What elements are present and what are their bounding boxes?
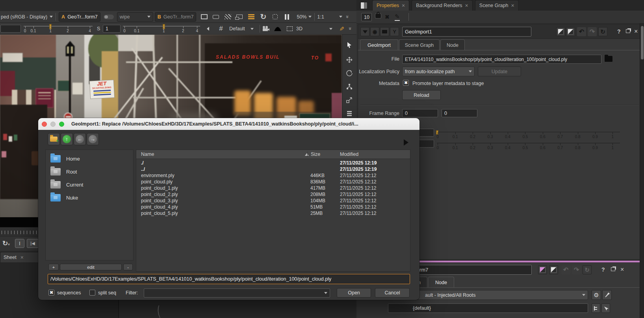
update-button[interactable]: Update (478, 67, 521, 76)
path-field[interactable]: /Volumes/ChloesExHD/3D/17Examples/SPLATS… (48, 274, 410, 284)
file-row[interactable]: environment.ply446KB27/11/2025 12:12 (136, 173, 410, 179)
tab-node2-node[interactable]: Node (428, 277, 454, 288)
column-size[interactable]: Size (307, 152, 320, 157)
colorspace-dropdown[interactable]: ped (sRGB - Display) (1, 14, 47, 20)
marquee-select-icon[interactable] (285, 24, 294, 33)
cancel-button[interactable]: Cancel (375, 288, 410, 298)
tab-background-renders[interactable]: Background Renders× (412, 0, 473, 11)
gate-display-icon[interactable] (270, 13, 280, 21)
undo-button[interactable]: ↶ (561, 265, 570, 274)
go-to-start-button[interactable]: |◀ (27, 239, 39, 248)
sequences-checkbox[interactable]: ✖ (48, 290, 54, 296)
localization-policy-dropdown[interactable]: from auto-localize path (402, 67, 475, 76)
monitor-out-icon[interactable] (235, 13, 244, 21)
pane-menu-icon[interactable] (360, 2, 367, 9)
max-panels-field[interactable]: 10 (361, 13, 372, 21)
file-row[interactable]: ../27/11/2025 12:19 (136, 166, 410, 173)
curve-icon[interactable] (273, 24, 282, 33)
set-in-point-button[interactable]: I (15, 239, 24, 248)
frame-format-icon[interactable] (199, 13, 209, 21)
center-node-icon[interactable]: ◉ (370, 27, 379, 36)
forward-button[interactable]: → (87, 133, 99, 145)
file-browse-button[interactable] (605, 56, 612, 62)
channels-icon[interactable] (247, 13, 256, 21)
lut-dropdown[interactable]: Default (229, 26, 245, 31)
dialog-titlebar[interactable]: GeoImport1: Replace /Volumes/ChloesExHD/… (38, 118, 419, 130)
gear-icon[interactable]: ⚙ (592, 290, 601, 300)
translate-tool-icon[interactable] (344, 54, 355, 65)
mask-field[interactable]: {default} (388, 303, 588, 313)
sidebar-item-nuke[interactable]: Nuke (46, 191, 133, 204)
file-row[interactable]: point_cloud_1.ply417MB27/11/2025 12:12 (136, 185, 410, 192)
file-row[interactable]: ./27/11/2025 12:19 (136, 160, 410, 166)
file-row[interactable]: point_cloud_2.ply208MB27/11/2025 12:12 (136, 192, 410, 198)
file-row[interactable]: point_cloud.ply836MB27/11/2025 12:12 (136, 179, 410, 185)
wipe-mode-dropdown[interactable]: wipe (117, 12, 153, 22)
tab-dope-sheet[interactable]: Sheet × (0, 252, 44, 263)
close-icon[interactable]: × (20, 255, 24, 260)
promote-metadata-checkbox[interactable]: ✖ (403, 80, 409, 86)
wipe-toggle[interactable] (104, 15, 114, 19)
gamma-value-field[interactable]: 1 (103, 25, 121, 33)
column-name[interactable]: Name (141, 152, 154, 157)
tab-scene-graph[interactable]: Scene Graph× (475, 0, 519, 11)
preview-toggle-icon[interactable] (404, 139, 408, 146)
gain-value-field[interactable] (0, 25, 21, 33)
open-button[interactable]: Open (337, 288, 371, 298)
close-panel-icon[interactable]: × (620, 266, 624, 273)
roto-brush-icon[interactable]: ✎ (337, 24, 346, 33)
help-button[interactable]: ? (601, 267, 605, 272)
node-name-field[interactable]: GeoImport1 (402, 27, 531, 37)
reload-button[interactable]: Reload (402, 90, 441, 100)
edit-panels-icon[interactable]: ✎ (395, 13, 400, 21)
tab-node-node[interactable]: Node (440, 39, 465, 50)
redo-button[interactable]: ↷ (588, 27, 597, 36)
zoom-traffic-button[interactable] (59, 122, 64, 127)
frame-slider-1[interactable]: 00.10.20.30.40.50.60.70.80.91 (437, 132, 620, 141)
minimize-traffic-button[interactable] (50, 122, 56, 127)
select-tool-icon[interactable] (344, 39, 355, 50)
loop-mode-icon[interactable]: ↻▾ (2, 239, 10, 248)
undo-button[interactable]: ↶ (577, 27, 586, 36)
float-panel-icon[interactable] (626, 29, 630, 33)
scene-graph-tool-icon[interactable] (344, 81, 355, 92)
revert-button[interactable]: ↻ (583, 265, 592, 274)
properties-scrollbar[interactable] (640, 24, 644, 318)
back-button[interactable]: ← (74, 133, 86, 145)
frame-range-start-field[interactable]: 0 (402, 109, 438, 117)
file-path-field[interactable]: ETA4/141010_watkinsBookshop/ply/point_cl… (402, 55, 601, 64)
collapse-node-icon[interactable] (360, 27, 369, 36)
split-seq-checkbox[interactable] (89, 290, 95, 296)
close-traffic-button[interactable] (42, 122, 47, 127)
sidebar-item-current[interactable]: Current (46, 178, 133, 191)
tab-properties[interactable]: Properties× (372, 0, 409, 11)
pause-icon[interactable] (282, 13, 291, 21)
scale-tool-icon[interactable] (344, 94, 355, 105)
column-modified[interactable]: Modified (340, 152, 358, 157)
sidebar-item-home[interactable]: Home (46, 152, 133, 165)
favorite-remove-button[interactable]: - (123, 264, 133, 270)
color-picker-button[interactable] (538, 265, 547, 274)
filter-combobox[interactable] (144, 288, 330, 298)
favorite-add-button[interactable]: + (48, 264, 59, 270)
input-b-selector[interactable]: B GeoTr...form7 (155, 12, 197, 22)
view-mode-dropdown[interactable]: 3D (296, 26, 303, 31)
up-directory-button[interactable]: ↑ (61, 133, 73, 145)
close-panel-icon[interactable]: × (634, 28, 638, 35)
close-icon[interactable]: × (511, 3, 514, 8)
color-picker-button[interactable] (556, 27, 565, 36)
revert-button[interactable]: ↻ (598, 27, 607, 36)
wipe-pattern-icon[interactable] (223, 13, 232, 21)
proxy-dropdown[interactable]: 1:1 (317, 14, 324, 20)
frame-slider-2[interactable]: 00.10.20.30.40.50.60.70.80.91 (437, 143, 620, 152)
grid-icon[interactable]: # (216, 24, 226, 33)
wrench-icon[interactable]: Y (390, 27, 399, 36)
layers-tool-icon[interactable] (344, 108, 355, 119)
rotate-tool-icon[interactable] (344, 68, 355, 79)
tab-node-scene-graph[interactable]: Scene Graph (399, 39, 440, 50)
float-panel-icon[interactable] (611, 267, 615, 271)
collapse-toolbar-icon[interactable]: » (345, 15, 351, 18)
profile-button[interactable] (549, 265, 558, 274)
file-row[interactable]: point_cloud_5.ply25MB27/11/2025 12:12 (136, 211, 410, 217)
close-icon[interactable]: × (465, 3, 468, 8)
